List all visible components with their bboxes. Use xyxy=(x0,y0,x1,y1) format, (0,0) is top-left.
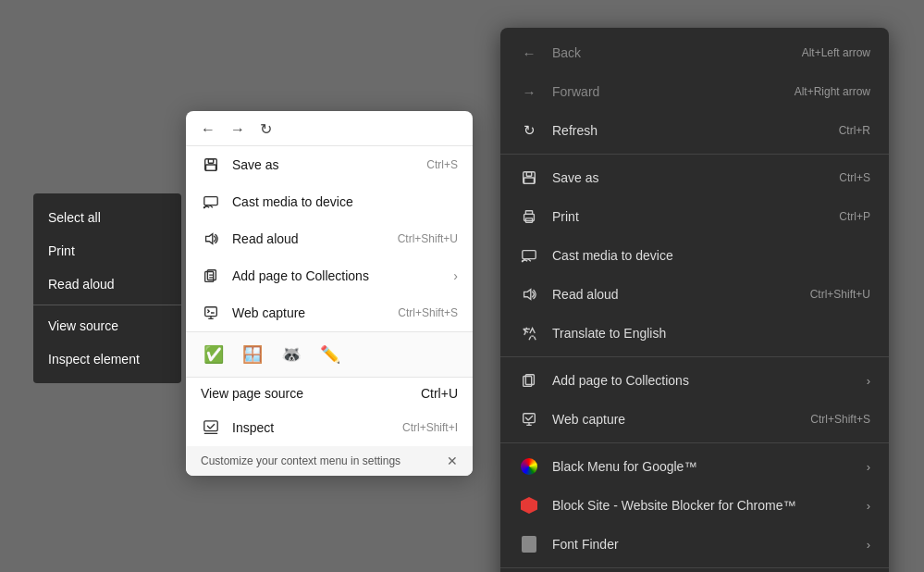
ldm-web-capture-label: Web capture xyxy=(552,412,795,427)
white-menu-item-collections[interactable]: Add page to Collections › xyxy=(186,257,473,294)
svg-point-19 xyxy=(522,260,524,262)
web-capture-icon xyxy=(201,303,221,323)
view-source-label: View page source xyxy=(201,386,421,401)
ldm-rainbow-icon xyxy=(519,456,539,477)
dark-menu-item-read-aloud[interactable]: Read aloud xyxy=(33,267,181,301)
ldm-print-icon xyxy=(519,206,539,227)
ldm-item-cast[interactable]: Cast media to device xyxy=(500,236,889,275)
ldm-item-collections[interactable]: Add page to Collections › xyxy=(500,361,889,400)
ldm-translate-label: Translate to English xyxy=(552,326,870,341)
ldm-print-shortcut: Ctrl+P xyxy=(839,210,870,223)
white-menu-item-inspect[interactable]: Inspect Ctrl+Shift+I xyxy=(186,409,473,446)
footer-close-button[interactable]: ✕ xyxy=(447,454,458,468)
read-aloud-icon xyxy=(201,229,221,249)
nav-refresh-icon[interactable]: ↻ xyxy=(260,120,272,138)
dark-menu-divider xyxy=(33,305,181,305)
ldm-web-capture-icon xyxy=(519,409,539,429)
view-source-shortcut: Ctrl+U xyxy=(421,386,458,401)
svg-rect-16 xyxy=(525,211,532,215)
svg-rect-22 xyxy=(524,414,536,423)
ext-icon-pencil[interactable]: ✏️ xyxy=(317,342,343,367)
ext-icon-raccoon[interactable]: 🦝 xyxy=(278,342,304,367)
ldm-black-menu-label: Black Menu for Google™ xyxy=(552,459,859,474)
web-capture-label: Web capture xyxy=(232,305,383,320)
ldm-item-translate[interactable]: Translate to English xyxy=(500,314,889,353)
inspect-shortcut: Ctrl+Shift+I xyxy=(402,421,458,434)
ldm-item-save-as[interactable]: Save as Ctrl+S xyxy=(500,158,889,197)
svg-rect-3 xyxy=(204,197,217,205)
ldm-back-icon: ← xyxy=(519,43,539,63)
ldm-redshield-icon xyxy=(519,495,539,516)
ldm-refresh-icon: ↻ xyxy=(519,120,539,141)
ldm-collections-label: Add page to Collections xyxy=(552,373,859,388)
white-menu-item-read-aloud[interactable]: Read aloud Ctrl+Shift+U xyxy=(186,220,473,257)
svg-rect-10 xyxy=(204,421,217,431)
collections-label: Add page to Collections xyxy=(232,268,446,283)
ldm-cast-icon xyxy=(519,245,539,266)
dark-menu-item-view-source[interactable]: View source xyxy=(33,309,181,342)
ldm-item-web-capture[interactable]: Web capture Ctrl+Shift+S xyxy=(500,400,889,439)
ldm-forward-shortcut: Alt+Right arrow xyxy=(795,85,870,98)
dark-menu-item-inspect-element[interactable]: Inspect element xyxy=(33,342,181,376)
svg-rect-1 xyxy=(208,159,213,164)
ldm-back-label: Back xyxy=(552,45,787,60)
inspect-icon xyxy=(201,417,221,438)
ldm-print-label: Print xyxy=(552,209,824,224)
white-menu-item-web-capture[interactable]: Web capture Ctrl+Shift+S xyxy=(186,294,473,331)
save-as-label: Save as xyxy=(232,157,412,172)
ldm-divider-3 xyxy=(500,442,889,443)
ldm-item-back[interactable]: ← Back Alt+Left arrow xyxy=(500,33,889,72)
read-aloud-label: Read aloud xyxy=(232,231,383,246)
ldm-grayrect-icon xyxy=(519,534,539,554)
dark-context-menu: Select all Print Read aloud View source … xyxy=(33,193,181,383)
ldm-read-aloud-label: Read aloud xyxy=(552,287,795,302)
save-icon xyxy=(201,155,221,175)
white-menu-item-save-as[interactable]: Save as Ctrl+S xyxy=(186,146,473,183)
collections-arrow: › xyxy=(453,268,458,283)
collections-icon xyxy=(201,266,221,286)
ldm-block-site-label: Block Site - Website Blocker for Chrome™ xyxy=(552,498,859,513)
ldm-item-read-aloud[interactable]: Read aloud Ctrl+Shift+U xyxy=(500,275,889,314)
ldm-save-icon xyxy=(519,168,539,188)
ldm-read-aloud-shortcut: Ctrl+Shift+U xyxy=(810,288,870,301)
inspect-label: Inspect xyxy=(232,420,388,435)
cast-icon xyxy=(201,192,221,212)
ldm-forward-label: Forward xyxy=(552,84,780,99)
ldm-collections-icon xyxy=(519,370,539,391)
read-aloud-shortcut: Ctrl+Shift+U xyxy=(398,232,458,245)
ldm-item-print[interactable]: Print Ctrl+P xyxy=(500,197,889,236)
ldm-item-font-finder[interactable]: Font Finder › xyxy=(500,525,889,564)
ldm-divider-1 xyxy=(500,154,889,155)
footer-label: Customize your context menu in settings xyxy=(201,454,400,467)
ldm-item-forward[interactable]: → Forward Alt+Right arrow xyxy=(500,72,889,111)
ldm-save-as-shortcut: Ctrl+S xyxy=(839,171,870,184)
ldm-save-as-label: Save as xyxy=(552,170,824,185)
white-menu-item-view-source[interactable]: View page source Ctrl+U xyxy=(186,378,473,409)
ldm-black-menu-arrow: › xyxy=(867,460,870,474)
svg-rect-18 xyxy=(523,251,536,259)
ldm-translate-icon xyxy=(519,323,539,343)
ldm-item-black-menu[interactable]: Black Menu for Google™ › xyxy=(500,447,889,486)
white-context-menu: ← → ↻ Save as Ctrl+S Cast media to devic… xyxy=(186,111,473,476)
svg-rect-13 xyxy=(526,172,531,177)
white-menu-nav: ← → ↻ xyxy=(186,111,473,146)
ldm-forward-icon: → xyxy=(519,81,539,102)
svg-point-4 xyxy=(203,206,205,208)
nav-forward-icon[interactable]: → xyxy=(230,121,245,138)
ldm-block-site-arrow: › xyxy=(867,499,870,513)
ldm-item-block-site[interactable]: Block Site - Website Blocker for Chrome™… xyxy=(500,486,889,525)
ldm-cast-label: Cast media to device xyxy=(552,248,870,263)
svg-rect-14 xyxy=(524,178,535,183)
dark-menu-item-select-all[interactable]: Select all xyxy=(33,201,181,234)
ldm-back-shortcut: Alt+Left arrow xyxy=(802,46,870,59)
ldm-divider-4 xyxy=(500,567,889,568)
ldm-item-refresh[interactable]: ↻ Refresh Ctrl+R xyxy=(500,111,889,150)
ext-icon-windows[interactable]: 🪟 xyxy=(240,342,265,367)
ext-icon-green[interactable]: ✅ xyxy=(201,342,227,367)
white-menu-extensions: ✅ 🪟 🦝 ✏️ xyxy=(186,331,473,378)
ldm-divider-2 xyxy=(500,356,889,357)
white-menu-item-cast[interactable]: Cast media to device xyxy=(186,183,473,220)
ldm-refresh-label: Refresh xyxy=(552,123,824,138)
nav-back-icon[interactable]: ← xyxy=(201,121,216,138)
dark-menu-item-print[interactable]: Print xyxy=(33,234,181,267)
